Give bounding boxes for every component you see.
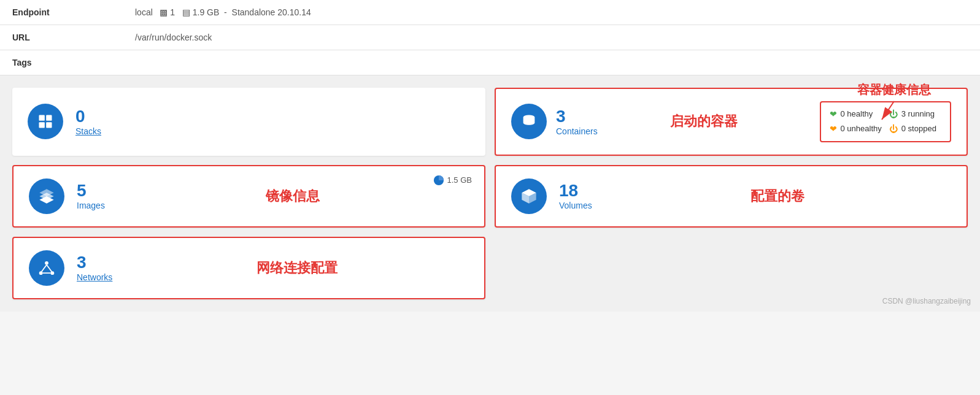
volumes-info: 18 Volumes	[559, 182, 592, 210]
svg-rect-2	[39, 115, 45, 121]
images-label: Images	[77, 201, 105, 210]
containers-annotation: 启动的容器	[607, 112, 801, 131]
empty-cell	[495, 237, 968, 299]
row-2: 5 Images 镜像信息 1.5 GB	[12, 165, 968, 228]
row-1: 0 Stacks 3	[12, 88, 968, 156]
images-annotation: 镜像信息	[117, 187, 469, 205]
info-table: Endpoint local ▩ 1 ▤ 1.9 GB - Standalone…	[0, 0, 980, 75]
unhealthy-label: 0 unhealthy	[841, 123, 882, 136]
svg-line-11	[42, 265, 47, 272]
networks-annotation: 网络连接配置	[125, 259, 469, 277]
volumes-card[interactable]: 18 Volumes 配置的卷	[495, 165, 968, 228]
row-3: 3 Networks 网络连接配置	[12, 237, 968, 299]
images-card[interactable]: 5 Images 镜像信息 1.5 GB	[12, 165, 485, 228]
ram-badge: ▤ 1.9 GB	[182, 7, 222, 17]
type-badge: Standalone 20.10.14	[232, 7, 311, 17]
networks-count: 3	[77, 253, 112, 272]
stopped-label: 0 stopped	[901, 123, 936, 136]
page-wrapper: Endpoint local ▩ 1 ▤ 1.9 GB - Standalone…	[0, 0, 980, 312]
url-label: URL	[0, 25, 123, 50]
images-count: 5	[77, 182, 105, 201]
cpu-badge: ▩ 1	[160, 7, 177, 17]
heart-orange-icon: ❤	[830, 122, 837, 136]
svg-point-9	[39, 271, 43, 275]
main-content: 容器健康信息	[0, 75, 980, 312]
networks-icon	[29, 250, 64, 286]
svg-line-1	[882, 101, 894, 120]
stacks-card[interactable]: 0 Stacks	[12, 88, 485, 156]
containers-count: 3	[556, 107, 598, 126]
images-size: 1.5 GB	[433, 175, 472, 186]
networks-label[interactable]: Networks	[77, 272, 112, 282]
stacks-icon	[28, 104, 63, 139]
svg-point-8	[45, 261, 48, 265]
stacks-label[interactable]: Stacks	[75, 126, 101, 136]
tags-label: Tags	[0, 50, 123, 75]
volumes-label: Volumes	[559, 201, 592, 210]
images-size-label: 1.5 GB	[447, 175, 472, 185]
endpoint-label: Endpoint	[0, 0, 123, 25]
volumes-count: 18	[559, 182, 592, 201]
containers-info: 3 Containers	[556, 107, 598, 136]
svg-line-12	[47, 265, 52, 272]
endpoint-name: local	[135, 7, 153, 17]
networks-info: 3 Networks	[77, 253, 112, 282]
svg-rect-3	[46, 115, 52, 121]
url-value: /var/run/docker.sock	[123, 25, 980, 50]
watermark: CSDN @liushangzaibeijing	[882, 297, 971, 305]
images-icon	[29, 178, 64, 214]
networks-card[interactable]: 3 Networks 网络连接配置	[12, 237, 485, 299]
containers-icon	[511, 104, 547, 139]
svg-rect-4	[39, 123, 45, 128]
containers-label: Containers	[556, 126, 598, 136]
volumes-icon	[511, 178, 547, 214]
stacks-count: 0	[75, 107, 101, 126]
volumes-annotation: 配置的卷	[604, 187, 951, 205]
heart-green-icon: ❤	[830, 107, 837, 121]
endpoint-value: local ▩ 1 ▤ 1.9 GB - Standalone 20.10.14	[123, 0, 980, 25]
health-annotation-text: 容器健康信息	[857, 82, 931, 98]
health-arrow-icon	[876, 98, 912, 123]
images-info: 5 Images	[77, 182, 105, 210]
stacks-info: 0 Stacks	[75, 107, 101, 136]
pie-chart-icon	[433, 175, 444, 186]
tags-value	[123, 50, 980, 75]
svg-point-10	[50, 271, 54, 275]
svg-rect-5	[46, 123, 52, 128]
